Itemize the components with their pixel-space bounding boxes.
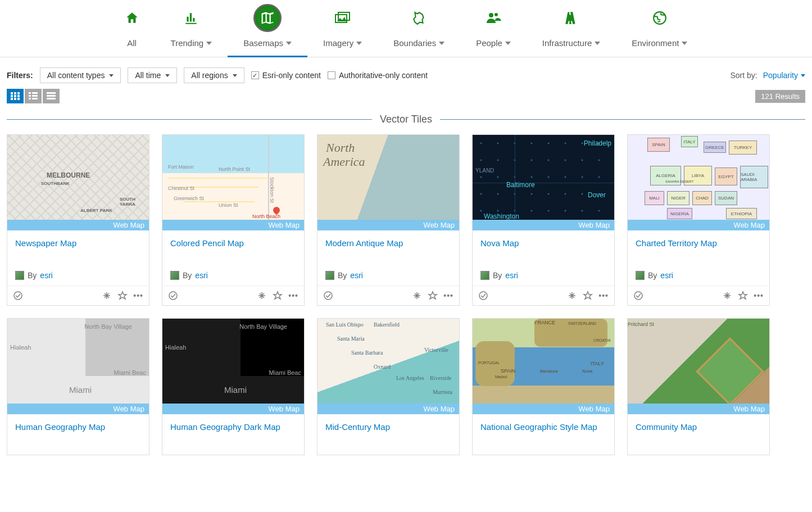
- nav-label: Boundaries: [393, 38, 436, 48]
- more-options-icon[interactable]: •••: [754, 291, 764, 300]
- type-tag: Web Map: [317, 404, 459, 414]
- card-title[interactable]: Mid-Century Map: [325, 422, 451, 432]
- filter-content-types[interactable]: All content types: [40, 67, 121, 83]
- card-footer: •••: [7, 286, 149, 305]
- author-icon: [15, 271, 24, 280]
- chevron-down-icon: [165, 74, 170, 77]
- author-link[interactable]: esri: [660, 271, 673, 280]
- checkbox-esri-only[interactable]: Esri-only content: [251, 71, 321, 80]
- globe-icon: [652, 11, 667, 25]
- svg-point-3: [489, 13, 493, 17]
- card-title[interactable]: Human Geography Dark Map: [170, 422, 296, 432]
- results-grid: MELBOURNE SOUTHBANK SOUTH YARRA ALBERT P…: [0, 134, 812, 455]
- add-to-map-icon[interactable]: [567, 291, 577, 301]
- nav-label: Trending: [171, 38, 204, 48]
- card-title[interactable]: Community Map: [636, 422, 761, 432]
- svg-point-4: [495, 13, 498, 16]
- favorite-star-icon[interactable]: [428, 291, 438, 301]
- favorite-star-icon[interactable]: [738, 291, 748, 301]
- nav-trending[interactable]: Trending: [155, 6, 228, 57]
- more-options-icon[interactable]: •••: [288, 291, 298, 300]
- type-tag: Web Map: [162, 220, 304, 230]
- type-tag: Web Map: [473, 404, 614, 414]
- nav-label: People: [476, 38, 502, 48]
- view-list-button[interactable]: [25, 89, 42, 103]
- nav-label: Imagery: [323, 38, 353, 48]
- svg-rect-12: [11, 98, 13, 100]
- result-card: Fort Mason North Point St Chestnut St Gr…: [162, 134, 305, 306]
- type-tag: Web Map: [7, 220, 149, 230]
- authoritative-icon[interactable]: [13, 291, 23, 301]
- filter-time[interactable]: All time: [128, 67, 177, 83]
- nav-boundaries[interactable]: Boundaries: [378, 6, 460, 57]
- card-byline: By esri: [473, 271, 614, 286]
- card-title[interactable]: Colored Pencil Map: [170, 238, 296, 248]
- checkbox-authoritative-only[interactable]: Authoritative-only content: [328, 71, 428, 80]
- type-tag: Web Map: [628, 404, 769, 414]
- chevron-down-icon: [286, 42, 292, 45]
- author-icon: [636, 271, 645, 280]
- chevron-down-icon: [682, 42, 687, 45]
- nav-all[interactable]: All: [109, 6, 155, 57]
- authoritative-icon[interactable]: [168, 291, 178, 301]
- add-to-map-icon[interactable]: [257, 291, 267, 301]
- svg-rect-21: [47, 92, 56, 94]
- grid-icon: [11, 92, 20, 100]
- card-thumbnail[interactable]: SPAIN ITALY GREECE TURKEY ALGERIA LIBYA …: [628, 135, 769, 230]
- add-to-map-icon[interactable]: [412, 291, 422, 301]
- favorite-star-icon[interactable]: [583, 291, 593, 301]
- nav-infrastructure[interactable]: Infrastructure: [527, 6, 616, 57]
- chevron-down-icon: [505, 42, 511, 45]
- author-link[interactable]: esri: [350, 271, 363, 280]
- svg-rect-8: [17, 92, 20, 94]
- sort-select[interactable]: Popularity: [763, 71, 805, 80]
- authoritative-icon[interactable]: [633, 291, 643, 301]
- author-link[interactable]: esri: [40, 271, 53, 280]
- svg-rect-7: [14, 92, 16, 94]
- view-compact-button[interactable]: [43, 89, 60, 103]
- authoritative-icon[interactable]: [323, 291, 333, 301]
- favorite-star-icon[interactable]: [273, 291, 283, 301]
- card-thumbnail[interactable]: Pritchard St Web Map: [628, 319, 769, 414]
- nav-basemaps[interactable]: Basemaps: [228, 6, 307, 57]
- list-icon: [29, 92, 38, 100]
- add-to-map-icon[interactable]: [722, 291, 732, 301]
- more-options-icon[interactable]: •••: [133, 291, 143, 300]
- add-to-map-icon[interactable]: [102, 291, 112, 301]
- card-thumbnail[interactable]: Philadelp YLAND Baltimore Dover Washingt…: [473, 135, 614, 230]
- svg-point-28: [634, 292, 642, 300]
- more-options-icon[interactable]: •••: [443, 291, 453, 300]
- card-footer: •••: [473, 286, 614, 305]
- card-title[interactable]: Human Geography Map: [15, 422, 141, 432]
- card-title[interactable]: Newspaper Map: [15, 238, 141, 248]
- card-thumbnail[interactable]: FRANCE SWITZERLAND CROATIA PORTUGAL SPAI…: [473, 319, 614, 414]
- card-thumbnail[interactable]: North America Web Map: [317, 135, 459, 230]
- view-grid-button[interactable]: [7, 89, 24, 103]
- chevron-down-icon: [233, 74, 237, 77]
- nav-environment[interactable]: Environment: [616, 6, 703, 57]
- favorite-star-icon[interactable]: [117, 291, 128, 301]
- result-card: Pritchard St Web Map Community Map: [627, 318, 770, 455]
- card-thumbnail[interactable]: San Luis Obispo Bakersfield Santa Maria …: [317, 319, 459, 414]
- card-thumbnail[interactable]: Fort Mason North Point St Chestnut St Gr…: [162, 135, 304, 230]
- result-card: FRANCE SWITZERLAND CROATIA PORTUGAL SPAI…: [472, 318, 615, 455]
- card-title[interactable]: Charted Territory Map: [636, 238, 761, 248]
- svg-rect-9: [11, 95, 13, 97]
- nav-imagery[interactable]: Imagery: [307, 6, 378, 57]
- card-title[interactable]: National Geographic Style Map: [480, 422, 606, 432]
- card-title[interactable]: Nova Map: [480, 238, 606, 248]
- nav-label: Environment: [632, 38, 679, 48]
- card-thumbnail[interactable]: North Bay Village Hialeah Miami Beac Mia…: [7, 319, 149, 414]
- filter-regions[interactable]: All regions: [184, 67, 244, 83]
- filter-bar: Filters: All content types All time All …: [0, 57, 812, 89]
- nav-people[interactable]: People: [460, 6, 527, 57]
- author-link[interactable]: esri: [195, 271, 208, 280]
- more-options-icon[interactable]: •••: [598, 291, 609, 300]
- card-title[interactable]: Modern Antique Map: [325, 238, 451, 248]
- card-thumbnail[interactable]: North Bay Village Hialeah Miami Beac Mia…: [162, 319, 304, 414]
- authoritative-icon[interactable]: [478, 291, 488, 301]
- author-link[interactable]: esri: [505, 271, 518, 280]
- card-thumbnail[interactable]: MELBOURNE SOUTHBANK SOUTH YARRA ALBERT P…: [7, 135, 149, 230]
- svg-rect-13: [14, 98, 16, 100]
- by-label: By: [648, 271, 657, 280]
